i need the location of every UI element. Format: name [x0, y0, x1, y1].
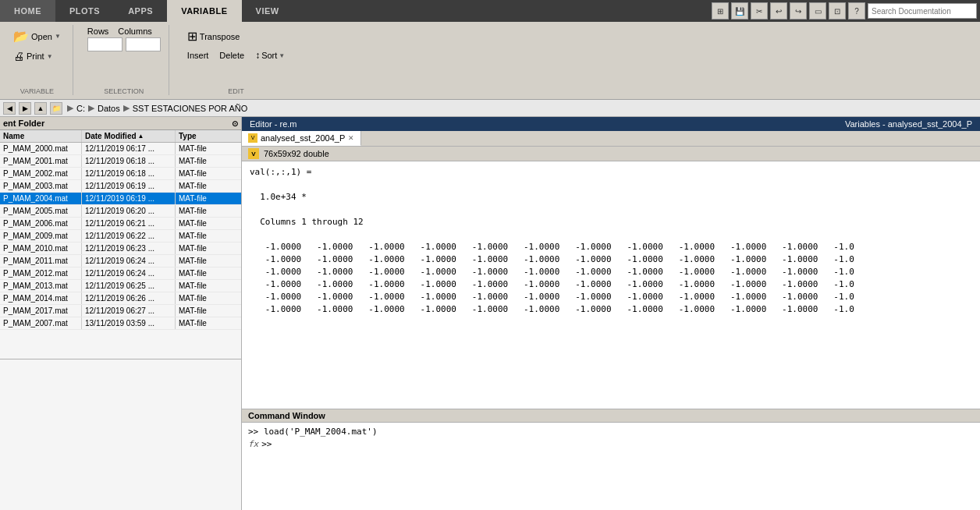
tab-plots[interactable]: PLOTS: [55, 0, 114, 22]
matrix-row: -1.0000 -1.0000 -1.0000 -1.0000 -1.0000 …: [250, 278, 972, 291]
breadcrumb-part3[interactable]: SST ESTACIONES POR AÑO: [133, 104, 248, 113]
transpose-icon: ⊞: [187, 29, 197, 44]
toolbar-section-variable: 📂 Open ▼ 🖨 Print ▼ VARIABLE: [6, 25, 73, 95]
toolbar-transpose-row: ⊞ Transpose: [183, 27, 244, 46]
toolbar-inputs-row: [87, 37, 161, 51]
toolbar-open-row: 📂 Open ▼: [9, 27, 65, 46]
breadcrumb-forward-icon[interactable]: ▶: [19, 102, 31, 115]
tab-variable[interactable]: VARIABLE: [167, 0, 241, 22]
open-button[interactable]: 📂 Open ▼: [9, 27, 65, 46]
nav-icon-2[interactable]: 💾: [731, 2, 748, 19]
print-button[interactable]: 🖨 Print ▼: [9, 48, 57, 65]
breadcrumb-part2[interactable]: Datos: [98, 104, 120, 113]
var-size-label: 76x59x92 double: [264, 149, 329, 158]
top-nav-right: ⊞ 💾 ✂ ↩ ↪ ▭ ⊡ ?: [712, 0, 980, 22]
columns-label: Columns: [118, 27, 151, 36]
breadcrumb-sep2: ▶: [88, 103, 94, 113]
tab-view[interactable]: VIEW: [242, 0, 293, 22]
matrix-empty2: [250, 204, 972, 216]
sort-icon: ↕: [255, 50, 260, 61]
toolbar-insert-delete-row: Insert Delete ↕ Sort ▼: [183, 48, 289, 63]
toolbar: 📂 Open ▼ 🖨 Print ▼ VARIABLE Rows Columns…: [0, 22, 980, 100]
rows-input[interactable]: [87, 37, 123, 51]
variables-tab[interactable]: Variables - analysed_sst_2004_P: [837, 117, 980, 131]
cmd-prompt-1: >>: [248, 427, 264, 437]
matrix-columns-note: Columns 1 through 12: [250, 216, 972, 228]
toolbar-print-row: 🖨 Print ▼: [9, 48, 57, 65]
fx-icon: fx: [248, 438, 258, 451]
matrix-row: -1.0000 -1.0000 -1.0000 -1.0000 -1.0000 …: [250, 253, 972, 266]
matrix-rows: -1.0000 -1.0000 -1.0000 -1.0000 -1.0000 …: [250, 241, 972, 316]
nav-icon-3[interactable]: ✂: [751, 2, 768, 19]
matrix-row: -1.0000 -1.0000 -1.0000 -1.0000 -1.0000 …: [250, 241, 972, 253]
matrix-content: val(:,:,1) = 1.0e+34 * Columns 1 through…: [242, 161, 980, 409]
matrix-empty1: [250, 179, 972, 191]
matrix-empty3: [250, 228, 972, 241]
cmd-code-1: load('P_MAM_2004.mat'): [264, 427, 378, 437]
toolbar-section-edit: ⊞ Transpose Insert Delete ↕ Sort ▼ EDIT: [176, 25, 296, 95]
nav-icon-5[interactable]: ↪: [790, 2, 807, 19]
left-panels-container: [0, 117, 242, 510]
cmd-prompt-2: >>: [261, 438, 272, 451]
variable-size-bar: V 76x59x92 double: [242, 147, 980, 161]
breadcrumb-sep1: ▶: [67, 103, 73, 113]
matrix-expression: val(:,:,1) =: [250, 166, 972, 179]
command-window: Command Window >> load('P_MAM_2004.mat')…: [242, 409, 980, 510]
cmd-line-2: fx >>: [248, 438, 974, 451]
matrix-row: -1.0000 -1.0000 -1.0000 -1.0000 -1.0000 …: [250, 303, 972, 316]
open-icon: 📂: [13, 29, 29, 44]
breadcrumb-sep3: ▶: [123, 103, 130, 113]
variable-tab-active[interactable]: V analysed_sst_2004_P ✕: [242, 131, 361, 146]
command-window-header: Command Window: [242, 409, 980, 423]
variable-tab-label: analysed_sst_2004_P: [261, 133, 345, 143]
variable-section-label: VARIABLE: [9, 87, 65, 95]
transpose-button[interactable]: ⊞ Transpose: [183, 27, 244, 46]
tab-apps[interactable]: APPS: [114, 0, 167, 22]
variable-tab-strip: V analysed_sst_2004_P ✕: [242, 131, 980, 147]
tab-close-icon[interactable]: ✕: [348, 134, 354, 142]
columns-input[interactable]: [126, 37, 161, 51]
edit-section-label: EDIT: [183, 87, 289, 95]
top-nav: HOME PLOTS APPS VARIABLE VIEW ⊞ 💾 ✂ ↩ ↪ …: [0, 0, 980, 22]
toolbar-rows-cols-row: Rows Columns: [87, 27, 152, 36]
breadcrumb-up-icon[interactable]: ▲: [34, 102, 47, 115]
insert-button[interactable]: Insert: [183, 48, 213, 62]
nav-icon-1[interactable]: ⊞: [712, 2, 729, 19]
matrix-row: -1.0000 -1.0000 -1.0000 -1.0000 -1.0000 …: [250, 291, 972, 303]
help-icon[interactable]: ?: [848, 2, 865, 19]
open-dropdown-arrow: ▼: [55, 33, 61, 40]
editor-tab[interactable]: Editor - re.m: [242, 117, 305, 131]
breadcrumb-folder-icon[interactable]: 📁: [50, 102, 62, 115]
editor-header: Editor - re.m Variables - analysed_sst_2…: [242, 117, 980, 131]
var-size-icon: V: [248, 148, 259, 159]
search-documentation-input[interactable]: [868, 3, 977, 19]
var-tab-icon: V: [248, 133, 257, 143]
matrix-row: -1.0000 -1.0000 -1.0000 -1.0000 -1.0000 …: [250, 266, 972, 278]
delete-button[interactable]: Delete: [215, 48, 248, 62]
breadcrumb-back-icon[interactable]: ◀: [3, 102, 16, 115]
matrix-scale: 1.0e+34 *: [250, 191, 972, 204]
tab-home[interactable]: HOME: [0, 0, 55, 22]
selection-section-label: SELECTION: [87, 87, 161, 95]
right-area: Editor - re.m Variables - analysed_sst_2…: [242, 117, 980, 510]
print-dropdown-arrow: ▼: [47, 53, 53, 60]
rows-label: Rows: [87, 27, 109, 36]
breadcrumb-part1[interactable]: C:: [76, 104, 85, 113]
sort-dropdown-arrow: ▼: [279, 52, 285, 59]
breadcrumb: ◀ ▶ ▲ 📁 ▶ C: ▶ Datos ▶ SST ESTACIONES PO…: [0, 100, 980, 117]
sort-button[interactable]: ↕ Sort ▼: [251, 48, 289, 63]
toolbar-section-selection: Rows Columns SELECTION: [80, 25, 169, 95]
command-window-content: >> load('P_MAM_2004.mat') fx >>: [242, 423, 980, 510]
nav-icon-7[interactable]: ⊡: [829, 2, 846, 19]
cmd-line-1: >> load('P_MAM_2004.mat'): [248, 426, 974, 438]
print-icon: 🖨: [13, 50, 24, 62]
nav-icon-4[interactable]: ↩: [770, 2, 787, 19]
nav-icon-6[interactable]: ▭: [809, 2, 826, 19]
